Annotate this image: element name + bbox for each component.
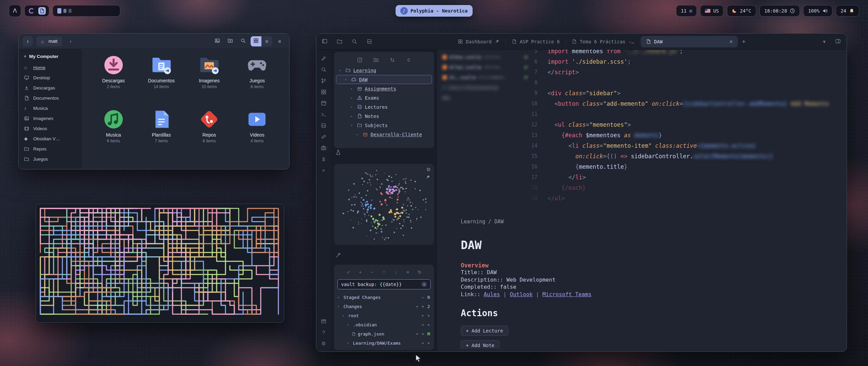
list-view-button[interactable]: ≡: [261, 36, 272, 46]
folder-musica[interactable]: Musica6 items: [91, 109, 136, 163]
tab-list-button[interactable]: ▾: [821, 38, 828, 45]
open-file-row[interactable]: Al….sveltesrc/compon…M: [442, 72, 527, 82]
camera-icon[interactable]: [320, 145, 327, 151]
workspace-3[interactable]: [68, 9, 72, 13]
close-icon[interactable]: ×: [729, 38, 733, 45]
explorer-item-learning[interactable]: ▾Learning: [336, 66, 432, 75]
discard-icon[interactable]: ↶: [416, 304, 419, 309]
pencil-icon[interactable]: [320, 55, 327, 62]
explorer-item-daw[interactable]: ▾DAW: [336, 75, 432, 84]
discard-icon[interactable]: ↶: [416, 331, 419, 337]
updates-widget[interactable]: 11 ⚙: [676, 5, 697, 17]
clock-widget[interactable]: 18:08:28: [760, 5, 800, 17]
new-folder-button[interactable]: [225, 36, 236, 46]
explorer-item-exams[interactable]: ▸Exams: [336, 93, 432, 102]
explorer-item-desarrollo-cliente[interactable]: ▸Desarrollo-Cliente: [336, 130, 432, 139]
folder-documentos[interactable]: Documentos14 items: [139, 55, 184, 109]
flask-icon[interactable]: [335, 149, 341, 156]
new-tab-button[interactable]: +: [742, 38, 746, 45]
workspaces-widget[interactable]: [53, 5, 120, 17]
tab-dashboard[interactable]: Dashboard: [453, 36, 505, 47]
thumbnail-icon[interactable]: [212, 36, 223, 46]
pickaxe-icon[interactable]: [335, 252, 341, 259]
terminal-icon[interactable]: [320, 111, 327, 118]
git-item-staged-changes[interactable]: ▾Staged Changes—0: [334, 293, 434, 302]
action-button-add-lecture[interactable]: + Add Lecture: [461, 326, 508, 336]
box-icon[interactable]: [320, 318, 327, 324]
open-file-row[interactable]: AlOne.sveltesrc/co…U: [442, 52, 527, 62]
note-link-aules[interactable]: Aules: [484, 291, 500, 298]
graph-pin-button[interactable]: [426, 175, 431, 181]
grid-icon[interactable]: [320, 89, 327, 95]
note-breadcrumb[interactable]: Learning / DAW: [461, 219, 827, 225]
clear-icon[interactable]: ×: [421, 282, 427, 287]
calendar-icon[interactable]: [320, 100, 327, 106]
panel-tab-search-icon[interactable]: [351, 38, 358, 45]
search-icon[interactable]: [320, 66, 327, 73]
git-minus-button[interactable]: −: [369, 269, 375, 275]
git-item-root[interactable]: ▾root↶+: [334, 311, 434, 320]
unstage-icon[interactable]: —: [421, 295, 424, 300]
note-link-microsoft-teams[interactable]: Microsoft Teams: [542, 291, 592, 298]
git-refresh-button[interactable]: ↻: [417, 269, 423, 275]
dollar-icon[interactable]: $: [320, 156, 327, 162]
git-check-button[interactable]: ✓: [346, 269, 352, 275]
link-icon[interactable]: [320, 134, 327, 140]
panel-tab-book-icon[interactable]: [366, 38, 373, 45]
git-branch-icon[interactable]: [320, 78, 327, 84]
sidebar-toggle-button[interactable]: [321, 38, 328, 45]
folder-plantillas[interactable]: Plantillas7 items: [139, 109, 184, 163]
code-block[interactable]: 5import mementoes from '../../store.js';…: [523, 50, 829, 203]
breadcrumb[interactable]: ⌂ matt: [36, 36, 62, 46]
pencil-box-button[interactable]: [356, 57, 363, 63]
git-arrow-down-button[interactable]: ↓: [393, 269, 399, 275]
search-button[interactable]: [238, 36, 249, 46]
tab-daw[interactable]: DAW×: [641, 36, 738, 47]
back-button[interactable]: ‹: [23, 36, 33, 46]
folder-juegos[interactable]: Juegos8 items: [234, 55, 280, 109]
forward-button[interactable]: ›: [65, 36, 76, 46]
grid-view-button[interactable]: [251, 36, 261, 46]
explorer-item-notes[interactable]: ▸Notes: [336, 111, 432, 121]
sort-button[interactable]: [389, 57, 396, 63]
stage-icon[interactable]: +: [421, 304, 424, 309]
help-icon[interactable]: ?: [320, 329, 327, 336]
split-editor-button[interactable]: [834, 38, 841, 45]
explorer-item-assignments[interactable]: ▸Assignments: [336, 84, 432, 93]
graph-canvas[interactable]: [335, 165, 433, 244]
explorer-item-lectures[interactable]: ▸Lectures: [336, 102, 432, 111]
discard-icon[interactable]: ↶: [421, 341, 424, 346]
menu-button[interactable]: ≡: [274, 36, 285, 46]
stage-icon[interactable]: +: [421, 331, 424, 337]
sidebar-item-imagenes[interactable]: Imagenes: [19, 113, 81, 123]
commit-message-input[interactable]: vault backup: {{date}} ×: [337, 279, 431, 289]
sidebar-item-descargas[interactable]: Descargas: [19, 83, 81, 93]
file-manager-button[interactable]: [38, 7, 46, 15]
discard-icon[interactable]: ↶: [421, 322, 424, 327]
open-file-row[interactable]: C:\Users\Alma\Desktop: [442, 82, 527, 93]
sidebar-item-videos[interactable]: Videos: [19, 123, 81, 134]
git-item-graph-json[interactable]: graph.json↶+M: [334, 329, 434, 339]
sidebar-item-juegos[interactable]: Juegos: [19, 154, 81, 164]
git-item-obsidian[interactable]: ▾.obsidian↶+: [334, 320, 434, 329]
folder-plus-button[interactable]: [373, 57, 379, 63]
sidebar-item-desktop[interactable]: Desktop: [19, 73, 81, 83]
weather-widget[interactable]: 24°C: [727, 5, 756, 17]
sidebar-item-home[interactable]: ⌂Home: [19, 62, 81, 73]
book-icon[interactable]: [320, 122, 327, 129]
folder-imagenes[interactable]: Imagenes10 items: [186, 55, 232, 109]
explorer-item-subjects[interactable]: ▾Subjects: [336, 121, 432, 130]
folder-videos[interactable]: Videos4 items: [234, 109, 280, 163]
note-link-outlook[interactable]: Outlook: [510, 291, 533, 298]
volume-widget[interactable]: 100%: [803, 5, 832, 17]
media-widget[interactable]: ♪ Polyphia - Neurotica: [396, 5, 473, 17]
tab-asp-practice-6[interactable]: ASP Practice 6: [507, 36, 565, 47]
git-upload-button[interactable]: ↑: [381, 269, 387, 275]
panel-tab-folder-icon[interactable]: [336, 38, 343, 45]
stage-icon[interactable]: +: [427, 322, 430, 327]
open-file-row[interactable]: AlTwo.sveltesrc/co…U: [442, 62, 527, 72]
sidebar-item-obsidian-v[interactable]: ◆Obsidian V…: [19, 134, 81, 144]
graph-settings-button[interactable]: ⚙: [426, 167, 431, 172]
open-file-row[interactable]: #dj: [442, 93, 527, 103]
git-item-learning-daw-exams[interactable]: ▾Learning/DAW/Exams↶+: [334, 339, 434, 348]
